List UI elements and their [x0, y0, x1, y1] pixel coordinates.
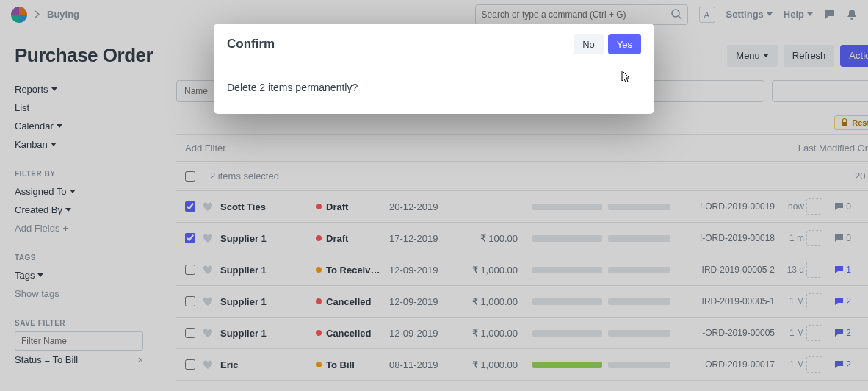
- status-cell: Cancelled: [316, 328, 389, 339]
- reports-view[interactable]: Reports: [15, 80, 162, 98]
- chevron-down-icon: [65, 208, 71, 212]
- sort-last-modified[interactable]: Last Modified On: [798, 143, 868, 154]
- help-menu[interactable]: Help: [784, 9, 813, 20]
- attachment-placeholder[interactable]: [804, 325, 825, 341]
- settings-menu[interactable]: Settings: [726, 9, 773, 20]
- table-row[interactable]: Supplier 1 To Receiv… 12-09-2019 ₹ 1,000…: [176, 254, 868, 286]
- doc-id: !-ORD-2019-00018: [672, 233, 775, 243]
- progress-bars: [532, 204, 672, 210]
- row-checkbox[interactable]: [185, 296, 195, 306]
- calendar-view[interactable]: Calendar: [15, 117, 162, 135]
- table-row[interactable]: Supplier 1 Draft 17-12-2019 ₹ 100.00 !-O…: [176, 223, 868, 254]
- filter-4[interactable]: [638, 80, 764, 102]
- attachment-placeholder[interactable]: [804, 262, 825, 278]
- progress-bars: [532, 330, 672, 337]
- amount-cell: ₹ 1,000.00: [459, 359, 532, 370]
- user-avatar[interactable]: A: [699, 7, 715, 23]
- bell-icon[interactable]: [847, 9, 857, 21]
- actions-button[interactable]: Actions: [840, 45, 868, 67]
- date-cell: 20-12-2019: [389, 201, 459, 212]
- assigned-to-filter[interactable]: Assigned To: [15, 182, 162, 201]
- created-by-filter[interactable]: Created By: [15, 201, 162, 219]
- status-cell: To Bill: [316, 359, 389, 370]
- saved-filter-status[interactable]: Status = To Bill ×: [15, 351, 143, 369]
- row-checkbox[interactable]: [185, 201, 195, 212]
- status-cell: Cancelled: [316, 296, 389, 307]
- list-content: Restricted Add Filter Last Modified On: [176, 80, 868, 381]
- filter-5[interactable]: [772, 80, 868, 102]
- status-dot-icon: [316, 362, 322, 367]
- row-checkbox[interactable]: [185, 328, 195, 338]
- table-row[interactable]: Scott Ties Draft 20-12-2019 !-ORD-2019-0…: [176, 191, 868, 223]
- chevron-down-icon: [767, 12, 773, 16]
- attachment-placeholder[interactable]: [804, 356, 825, 373]
- dialog-title: Confirm: [227, 37, 275, 51]
- heart-icon[interactable]: [203, 297, 213, 306]
- chevron-down-icon: [37, 273, 43, 277]
- confirm-dialog: Confirm No Yes Delete 2 items permanentl…: [214, 24, 654, 114]
- comments-count[interactable]: 1: [825, 265, 851, 275]
- breadcrumb-sep: [35, 10, 40, 18]
- show-tags[interactable]: Show tags: [15, 284, 162, 303]
- search-icon[interactable]: [670, 8, 682, 20]
- filter-by-label: FILTER BY: [15, 170, 162, 178]
- heart-icon[interactable]: [203, 202, 213, 212]
- supplier-name: Supplier 1: [220, 233, 316, 244]
- add-fields[interactable]: Add Fields +: [15, 219, 162, 237]
- row-checkbox[interactable]: [185, 233, 195, 243]
- time-ago: 1 M: [775, 359, 804, 370]
- comments-count[interactable]: 2: [825, 328, 851, 338]
- select-all-checkbox[interactable]: [185, 171, 195, 182]
- save-filter-label: SAVE FILTER: [15, 319, 162, 327]
- restricted-badge[interactable]: Restricted: [834, 115, 868, 130]
- chevron-down-icon: [51, 143, 57, 146]
- list-sidebar: Reports List Calendar Kanban FILTER BY A…: [15, 80, 162, 381]
- page-count: 20 of 21: [855, 171, 868, 182]
- date-cell: 12-09-2019: [389, 296, 459, 307]
- search-input[interactable]: [475, 4, 688, 25]
- heart-icon[interactable]: [203, 329, 213, 338]
- add-filter-link[interactable]: Add Filter: [185, 143, 226, 154]
- comments-count[interactable]: 2: [825, 359, 851, 370]
- row-checkbox[interactable]: [185, 265, 195, 275]
- tags-label: TAGS: [15, 254, 162, 262]
- plus-icon: +: [62, 223, 68, 234]
- attachment-placeholder[interactable]: [804, 230, 825, 246]
- kanban-view[interactable]: Kanban: [15, 135, 162, 154]
- tags-dropdown[interactable]: Tags: [15, 266, 162, 284]
- table-row[interactable]: Supplier 1 Cancelled 12-09-2019 ₹ 1,000.…: [176, 286, 868, 318]
- comments-count[interactable]: 0: [825, 201, 851, 212]
- status-cell: To Receiv…: [316, 265, 389, 276]
- row-checkbox[interactable]: [185, 359, 195, 370]
- heart-icon[interactable]: [203, 265, 213, 275]
- chat-icon[interactable]: [824, 9, 836, 21]
- list-view[interactable]: List: [15, 98, 162, 117]
- comments-count[interactable]: 2: [825, 296, 851, 306]
- selection-count: 2 items selected: [210, 171, 279, 182]
- comments-count[interactable]: 0: [825, 233, 851, 243]
- selection-bar: 2 items selected 20 of 21: [176, 161, 868, 191]
- chevron-down-icon: [70, 190, 76, 193]
- app-logo[interactable]: [11, 7, 27, 23]
- heart-icon[interactable]: [203, 360, 213, 370]
- close-icon[interactable]: ×: [137, 354, 143, 365]
- table-row[interactable]: Supplier 1 Cancelled 12-09-2019 ₹ 1,000.…: [176, 318, 868, 349]
- attachment-placeholder[interactable]: [804, 198, 825, 215]
- progress-bars: [532, 235, 672, 242]
- filter-name-input[interactable]: [15, 331, 143, 351]
- yes-button[interactable]: Yes: [608, 34, 641, 54]
- table-row[interactable]: Eric To Bill 08-11-2019 ₹ 1,000.00 -ORD-…: [176, 349, 868, 381]
- progress-bars: [532, 362, 672, 368]
- doc-id: -ORD-2019-00017: [672, 359, 775, 370]
- heart-icon[interactable]: [203, 234, 213, 243]
- time-ago: now: [775, 201, 804, 212]
- menu-button[interactable]: Menu: [727, 45, 778, 67]
- attachment-placeholder[interactable]: [804, 293, 825, 309]
- chevron-down-icon: [51, 87, 57, 91]
- no-button[interactable]: No: [574, 34, 604, 54]
- breadcrumb-buying[interactable]: Buying: [47, 9, 79, 20]
- doc-id: -ORD-2019-00005: [672, 328, 775, 338]
- refresh-button[interactable]: Refresh: [784, 45, 835, 67]
- status-cell: Draft: [316, 233, 389, 244]
- amount-cell: ₹ 1,000.00: [459, 265, 532, 276]
